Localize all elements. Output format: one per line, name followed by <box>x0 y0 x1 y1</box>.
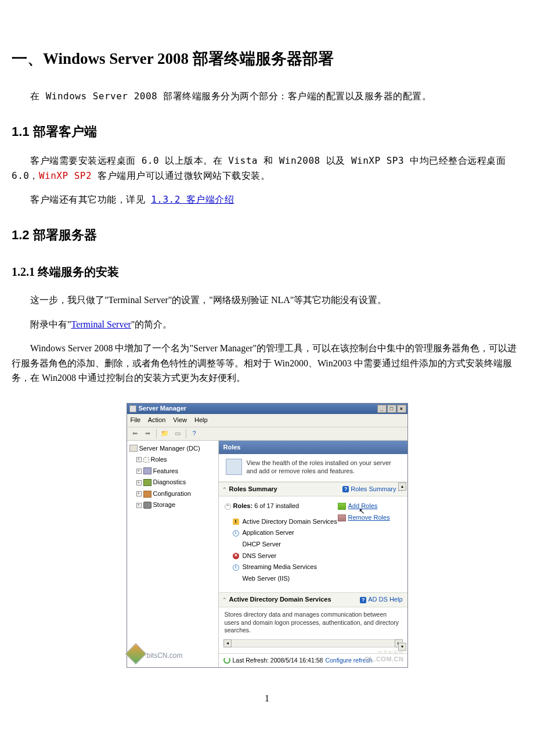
install-paragraph-3: Windows Server 2008 中增加了一个名为"Server Mana… <box>12 341 522 386</box>
horizontal-scrollbar[interactable]: ◂ ▸ <box>223 639 403 647</box>
roles-summary-header[interactable]: ⌃Roles Summary ?Roles Summary H <box>219 482 407 497</box>
toolbar-separator <box>186 429 186 438</box>
tree-features[interactable]: + Features <box>128 466 217 477</box>
collapse-icon[interactable]: ⌃ <box>222 487 227 492</box>
help-icon: ? <box>342 486 349 492</box>
roles-icon <box>143 457 149 463</box>
client-intro-link[interactable]: 1.3.2 客户端介绍 <box>151 194 234 205</box>
up-button[interactable]: 📁 <box>159 429 171 439</box>
server-manager-window: Server Manager _□× File Action View Help… <box>127 403 408 668</box>
watermark-zol-cn: 中关村在线 <box>378 649 404 657</box>
h1-sans: Windows Server 2008 <box>43 50 193 67</box>
role-item-appserver[interactable]: iApplication Server <box>225 527 338 539</box>
content-panel: Roles View the health of the roles insta… <box>219 441 407 667</box>
tree-root[interactable]: Server Manager (DC) <box>128 443 217 455</box>
tree-storage[interactable]: + Storage <box>128 499 217 511</box>
collapse-icon[interactable]: ⌃ <box>225 503 231 510</box>
server-icon <box>129 445 138 452</box>
adds-help-link[interactable]: ?AD DS Help <box>360 595 402 605</box>
terminal-server-link[interactable]: Terminal Server <box>71 319 131 329</box>
configuration-icon <box>143 491 151 498</box>
expand-icon[interactable]: + <box>136 491 142 496</box>
client-paragraph-2: 客户端还有其它功能，详见 1.3.2 客户端介绍 <box>12 192 522 207</box>
storage-icon <box>143 502 151 509</box>
roles-summary-help-link[interactable]: ?Roles Summary H <box>342 484 402 495</box>
content-description: View the health of the roles installed o… <box>219 454 407 482</box>
expand-icon[interactable]: + <box>136 503 142 508</box>
expand-icon[interactable]: + <box>136 457 142 462</box>
remove-icon <box>338 514 346 521</box>
page-number: 1 <box>12 691 522 706</box>
client-paragraph-1: 客户端需要安装远程桌面 6.0 以上版本。在 Vista 和 Win2008 以… <box>12 153 522 183</box>
menu-help[interactable]: Help <box>194 416 208 423</box>
role-item-dns[interactable]: ✕DNS Server <box>225 550 338 562</box>
role-item-adds[interactable]: !Active Directory Domain Services <box>225 516 338 528</box>
menu-file[interactable]: File <box>131 416 141 423</box>
titlebar[interactable]: Server Manager _□× <box>127 404 407 414</box>
watermark-bitscn: bitsCN.com <box>128 646 183 666</box>
features-icon <box>143 467 151 474</box>
role-item-dhcp[interactable]: DHCP Server <box>225 539 338 550</box>
role-item-iis[interactable]: Web Server (IIS) <box>225 573 338 585</box>
tree-roles[interactable]: + Roles <box>128 454 217 466</box>
menu-view[interactable]: View <box>173 416 187 423</box>
refresh-icon <box>223 657 230 664</box>
expand-icon[interactable]: + <box>136 469 142 474</box>
tree-configuration[interactable]: + Configuration <box>128 488 217 500</box>
h1-suffix: 部署终端服务器部署 <box>193 50 334 67</box>
adds-section-header[interactable]: ⌃Active Directory Domain Services ?AD DS… <box>219 592 407 607</box>
window-title: Server Manager <box>139 404 187 414</box>
forward-button[interactable]: ➡ <box>142 429 154 439</box>
minimize-button[interactable]: _ <box>377 405 387 413</box>
heading-1: 一、Windows Server 2008 部署终端服务器部署 <box>12 46 522 71</box>
heading-1-2-1: 1.2.1 终端服务的安装 <box>12 262 522 281</box>
properties-button[interactable]: ▭ <box>172 429 183 439</box>
toolbar-separator <box>156 429 157 438</box>
remove-roles-link[interactable]: Remove Roles <box>338 513 402 523</box>
role-item-streaming[interactable]: iStreaming Media Services <box>225 561 338 573</box>
heading-1-1: 1.1 部署客户端 <box>12 121 522 142</box>
h1-prefix: 一、 <box>12 50 43 67</box>
close-button[interactable]: × <box>397 405 406 413</box>
content-header: Roles <box>219 441 407 455</box>
error-icon: ✕ <box>233 553 239 559</box>
warning-icon: ! <box>233 519 239 525</box>
toolbar: ⬅ ➡ 📁 ▭ ? <box>127 427 407 441</box>
diamond-icon <box>125 643 146 664</box>
adds-description: Stores directory data and manages commun… <box>219 607 407 638</box>
back-button[interactable]: ⬅ <box>129 429 141 439</box>
roles-count: ⌃ Roles: 6 of 17 installed <box>225 501 338 512</box>
help-button[interactable]: ? <box>189 429 200 439</box>
roles-large-icon <box>226 459 242 475</box>
menu-action[interactable]: Action <box>148 416 166 423</box>
menubar: File Action View Help <box>127 414 407 427</box>
help-icon: ? <box>360 597 366 603</box>
tree-panel: Server Manager (DC) + Roles + Features +… <box>127 441 219 667</box>
info-icon: i <box>233 530 239 537</box>
scroll-left-button[interactable]: ◂ <box>223 639 232 647</box>
maximize-button[interactable]: □ <box>387 405 396 413</box>
collapse-icon[interactable]: ⌃ <box>222 597 227 603</box>
tree-diagnostics[interactable]: + Diagnostics <box>128 477 217 488</box>
diagnostics-icon <box>143 479 151 486</box>
info-icon: i <box>233 564 239 571</box>
intro-paragraph: 在 Windows Server 2008 部署终端服务分为两个部分：客户端的配… <box>12 89 522 104</box>
add-icon <box>338 503 346 510</box>
add-roles-link[interactable]: Add Roles ↖ <box>338 501 402 512</box>
install-paragraph-2: 附录中有"Terminal Server"的简介。 <box>12 317 522 332</box>
winxp-sp2-text: WinXP SP2 <box>39 170 92 181</box>
app-icon <box>129 405 136 412</box>
install-paragraph-1: 这一步，我只做了"Terminal Server"的设置，"网络级别验证 NLA… <box>12 293 522 308</box>
heading-1-2: 1.2 部署服务器 <box>12 225 522 245</box>
expand-icon[interactable]: + <box>136 480 142 485</box>
scroll-up-button[interactable]: ▴ <box>398 483 406 491</box>
